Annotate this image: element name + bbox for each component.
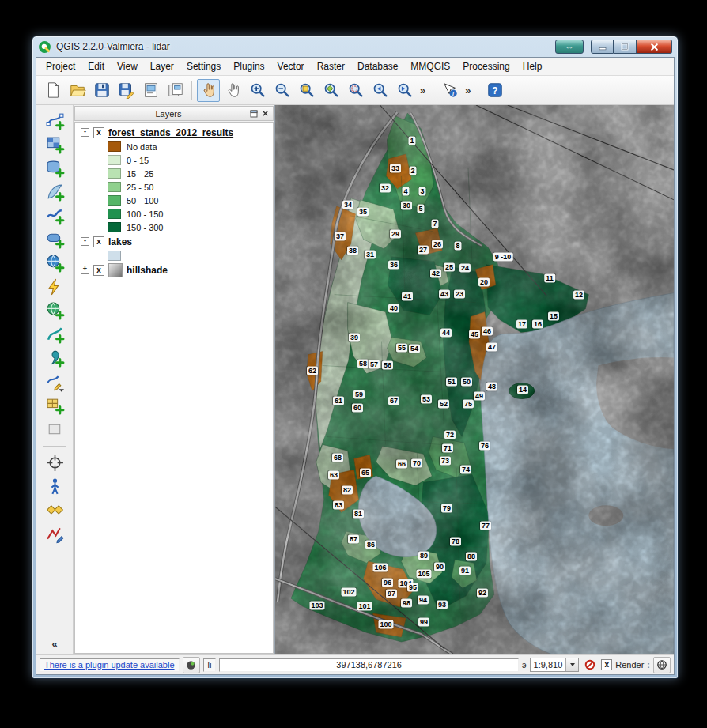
zoom-out-button[interactable]: [270, 79, 293, 102]
open-project-button[interactable]: [66, 79, 89, 102]
add-wfs-layer-button[interactable]: [45, 325, 65, 345]
panel-close-icon[interactable]: [259, 108, 270, 119]
legend-item[interactable]: No data: [75, 140, 273, 153]
toolbar-collapse-chevrons[interactable]: «: [51, 638, 57, 650]
legend-item[interactable]: 100 - 150: [75, 207, 273, 221]
stand-label-43: 43: [439, 290, 450, 299]
zoom-next-button[interactable]: [393, 79, 416, 102]
menu-layer[interactable]: Layer: [144, 58, 180, 74]
layer-row-forest_stands_2012_results[interactable]: -xforest_stands_2012_results: [75, 125, 273, 140]
layer-visibility-checkbox[interactable]: x: [93, 236, 104, 247]
menu-plugins[interactable]: Plugins: [227, 58, 270, 74]
touch-zoom-pan-button[interactable]: [197, 79, 220, 102]
menu-vector[interactable]: Vector: [271, 58, 311, 74]
stand-label-46: 46: [482, 327, 493, 336]
toolbar-overflow-button-2[interactable]: »: [463, 85, 473, 96]
zoom-in-button[interactable]: [246, 79, 269, 102]
add-delimited-text-button[interactable]: [45, 349, 65, 368]
add-mssql-layer-button[interactable]: [45, 206, 65, 226]
panel-detach-icon[interactable]: [248, 108, 259, 119]
help-button[interactable]: ?: [483, 79, 506, 102]
zoom-to-selection-button[interactable]: [344, 79, 367, 102]
crosshair-plugin-button[interactable]: [45, 453, 65, 473]
add-spatialite-layer-button[interactable]: [45, 183, 65, 202]
legend-item[interactable]: 0 - 15: [75, 153, 273, 167]
legend-item[interactable]: 50 - 100: [75, 194, 273, 207]
stand-label-1: 1: [408, 137, 415, 145]
new-spatialite-layer-button[interactable]: [45, 396, 65, 416]
legend-item[interactable]: [75, 249, 273, 262]
new-composer-button[interactable]: [139, 79, 162, 102]
remove-layer-button[interactable]: [45, 420, 65, 439]
stand-label-42: 42: [430, 270, 441, 278]
tree-expander-icon[interactable]: -: [81, 237, 89, 246]
scale-dropdown-icon[interactable]: [565, 658, 578, 671]
toolbar-separator: [478, 81, 478, 100]
pan-map-button[interactable]: [221, 79, 244, 102]
zoom-full-button[interactable]: [295, 79, 318, 102]
waypoints-plugin-button[interactable]: [45, 500, 65, 520]
menu-database[interactable]: Database: [351, 58, 404, 74]
add-oracle-layer-button[interactable]: [45, 230, 65, 250]
add-vector-layer-button[interactable]: [45, 111, 65, 131]
crs-status-button[interactable]: [653, 657, 671, 673]
plugin-update-link[interactable]: There is a plugin update available: [44, 660, 175, 670]
toolbar-overflow-button[interactable]: »: [418, 85, 428, 96]
menu-settings[interactable]: Settings: [180, 58, 227, 74]
save-project-button[interactable]: [90, 79, 113, 102]
scale-combo[interactable]: 1:9,810: [530, 658, 580, 672]
stop-render-icon[interactable]: [582, 658, 598, 673]
plugin-status-icon[interactable]: [183, 657, 200, 673]
composer-manager-button[interactable]: [164, 79, 187, 102]
profile-plugin-button[interactable]: [45, 524, 65, 544]
menu-processing[interactable]: Processing: [456, 58, 516, 74]
gps-tools-button[interactable]: [45, 477, 65, 496]
menu-project[interactable]: Project: [40, 58, 81, 74]
menu-raster[interactable]: Raster: [311, 58, 351, 74]
new-shapefile-layer-button[interactable]: [45, 372, 65, 392]
legend-item[interactable]: 25 - 50: [75, 180, 273, 194]
minimize-button[interactable]: [591, 40, 614, 54]
legend-item[interactable]: 15 - 25: [75, 167, 273, 180]
menu-view[interactable]: View: [111, 58, 144, 74]
layers-panel-header[interactable]: Layers: [74, 106, 274, 121]
zoom-last-button[interactable]: [369, 79, 391, 102]
map-canvas[interactable]: 1233324334353057293727268383136252442234…: [275, 105, 674, 654]
add-sqlanywhere-layer-button[interactable]: [45, 277, 65, 297]
save-project-as-button[interactable]: [115, 79, 138, 102]
close-button[interactable]: [637, 40, 672, 54]
legend-item[interactable]: 150 - 300: [75, 221, 273, 234]
window-arrows-button[interactable]: ⇔: [555, 40, 584, 54]
stand-label-47: 47: [486, 343, 497, 352]
layer-row-lakes[interactable]: -xlakes: [75, 234, 273, 249]
add-postgis-layer-button[interactable]: [45, 159, 65, 179]
add-raster-layer-button[interactable]: [45, 135, 65, 155]
render-toggle[interactable]: x Render: [601, 659, 644, 670]
layer-visibility-checkbox[interactable]: x: [93, 127, 104, 138]
stand-label-88: 88: [466, 553, 477, 561]
stand-label-71: 71: [442, 444, 453, 453]
add-wms-layer-button[interactable]: [45, 254, 65, 273]
maximize-button[interactable]: [614, 40, 637, 54]
render-checkbox[interactable]: x: [601, 659, 612, 670]
stand-label-26: 26: [432, 240, 443, 249]
stand-label-53: 53: [421, 395, 432, 404]
add-wcs-layer-button[interactable]: [45, 301, 65, 321]
layer-visibility-checkbox[interactable]: x: [93, 265, 104, 276]
tree-expander-icon[interactable]: +: [81, 266, 89, 274]
stand-label-89: 89: [418, 552, 429, 560]
menu-edit[interactable]: Edit: [81, 58, 111, 74]
coordinate-display[interactable]: 397138,6787216: [219, 658, 519, 672]
menu-mmqgis[interactable]: MMQGIS: [404, 58, 456, 74]
tree-expander-icon[interactable]: -: [81, 128, 89, 137]
identify-button[interactable]: i: [438, 79, 461, 102]
layers-list: -xforest_stands_2012_resultsNo data0 - 1…: [74, 122, 274, 654]
menu-help[interactable]: Help: [516, 58, 549, 74]
render-label: Render: [615, 660, 644, 670]
layer-row-hillshade[interactable]: +xhillshade: [75, 262, 273, 277]
new-project-button[interactable]: [41, 79, 64, 102]
zoom-to-layer-button[interactable]: [319, 79, 342, 102]
scale-label-fragment: э: [522, 660, 527, 670]
title-bar[interactable]: QGIS 2.2.0-Valmiera - lidar ⇔: [32, 36, 678, 57]
stand-label-38: 38: [347, 247, 358, 255]
